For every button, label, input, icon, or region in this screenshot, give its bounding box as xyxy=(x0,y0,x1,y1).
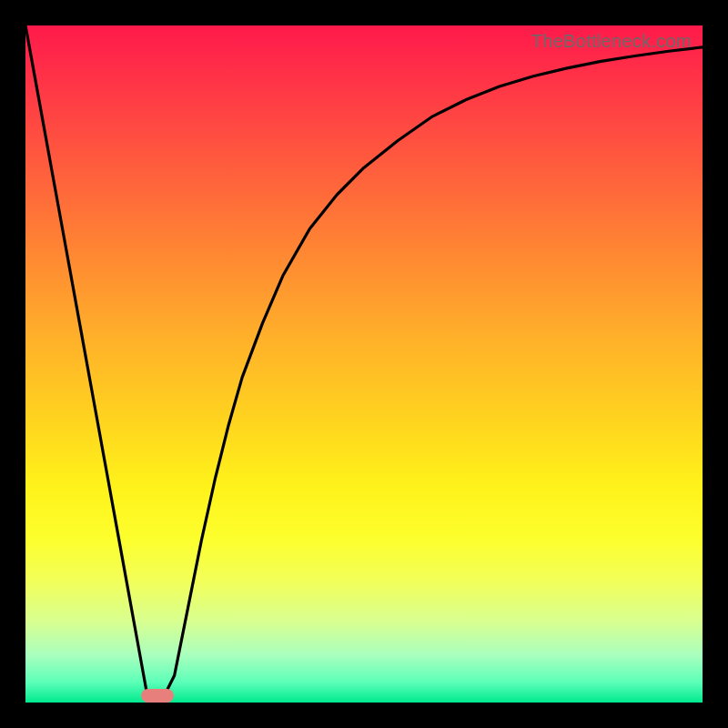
optimal-marker xyxy=(141,689,174,703)
curve-layer xyxy=(25,25,703,703)
chart-frame: TheBottleneck.com xyxy=(0,0,728,728)
curve-path-left xyxy=(25,25,161,703)
plot-area: TheBottleneck.com xyxy=(25,25,703,703)
curve-path-right xyxy=(161,47,703,703)
